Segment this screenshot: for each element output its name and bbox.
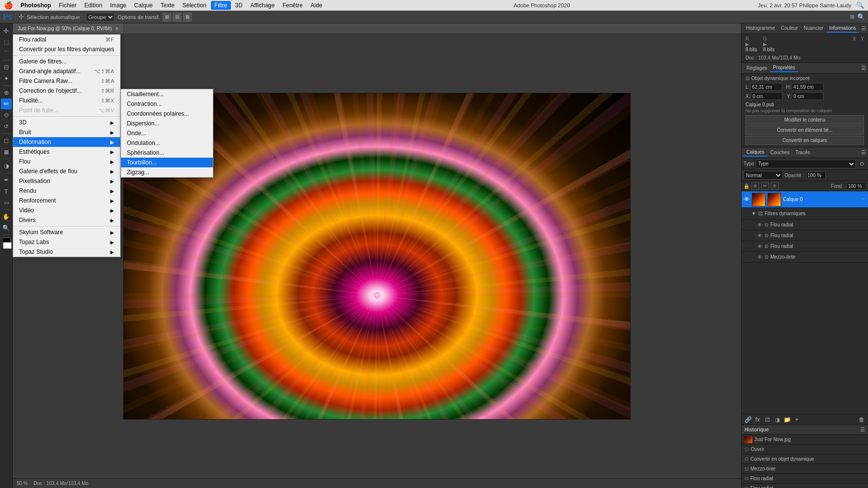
sub-filter-vis-2[interactable]: 👁 — [757, 233, 763, 239]
lock-pixels-btn[interactable]: ✏ — [761, 182, 769, 190]
filter-fluidite[interactable]: Fluidité... ⇧⌘X — [13, 96, 120, 105]
link-layers-btn[interactable]: 🔗 — [744, 415, 752, 424]
tab-proprietes[interactable]: Propriétés — [770, 64, 798, 72]
stamp-tool[interactable]: ⊙ — [1, 110, 12, 121]
l-input[interactable] — [750, 83, 782, 91]
tab-couches[interactable]: Couches — [767, 149, 792, 156]
hand-tool[interactable]: ✋ — [1, 211, 12, 222]
deform-cisaillement[interactable]: Cisaillement... — [121, 89, 213, 99]
filter-topaz-labs[interactable]: Topaz Labs ▶ — [13, 237, 120, 247]
dodge-tool[interactable]: ◑ — [1, 161, 12, 171]
text-tool[interactable]: T — [1, 186, 12, 197]
zoom-tool[interactable]: 🔍 — [1, 223, 12, 233]
history-item-4[interactable]: ⊙ Flou radial — [742, 474, 868, 484]
fill-input[interactable] — [847, 182, 866, 190]
mac-menu-edition[interactable]: Edition — [81, 1, 106, 10]
apple-menu[interactable]: 🍎 — [4, 1, 13, 10]
layer-type-filter[interactable]: Type — [756, 160, 856, 168]
tab-informations[interactable]: Informations — [827, 24, 859, 33]
x-input[interactable] — [751, 92, 783, 100]
lock-transparent-btn[interactable]: ⊘ — [751, 182, 759, 190]
filter-point-fuite[interactable]: Point de fuite... ⌥⌘V — [13, 105, 120, 115]
layer-item-filtres-dynamiques[interactable]: ▼ ⊡ Filtres dynamiques — [742, 208, 868, 220]
deform-onde[interactable]: Onde... — [121, 128, 213, 138]
history-item-2[interactable]: ⊙ Convertir en objet dynamique — [742, 454, 868, 464]
move-tool[interactable]: ✢ — [1, 25, 12, 36]
layer-filter-toggle[interactable]: ⊙ — [857, 160, 866, 168]
filter-grand-angle[interactable]: Grand-angle adaptatif... ⌥⇧⌘A — [13, 66, 120, 76]
mac-menu-aide[interactable]: Aide — [307, 1, 326, 10]
sub-filter-vis-4[interactable]: 👁 — [757, 254, 763, 260]
new-group-btn[interactable]: 📁 — [783, 415, 791, 424]
filter-convert-dynamic[interactable]: Convertir pour les filtres dynamiques — [13, 44, 120, 54]
layers-panel-menu[interactable]: ☰ — [861, 149, 866, 156]
deform-contraction[interactable]: Contraction... — [121, 99, 213, 109]
filter-pixellisation[interactable]: Pixellisation ▶ — [13, 176, 120, 186]
info-panel-menu[interactable]: ☰ — [861, 24, 866, 33]
sub-filter-vis-1[interactable]: 👁 — [757, 222, 763, 228]
new-layer-btn[interactable]: + — [792, 415, 801, 424]
h-input[interactable] — [792, 83, 824, 91]
mac-menu-affichage[interactable]: Affichage — [247, 1, 278, 10]
filter-topaz-studio[interactable]: Topaz Studio ▶ — [13, 247, 120, 257]
mac-menu-calque[interactable]: Calque — [131, 1, 156, 10]
filter-correction[interactable]: Correction de l'objectif... ⇧⌘R — [13, 86, 120, 96]
history-item-3[interactable]: ⊡ Mezzo-tinte — [742, 464, 868, 474]
filter-3d[interactable]: 3D ▶ — [13, 118, 120, 127]
filter-flou-radial[interactable]: Flou radial ⌘F — [13, 35, 120, 44]
mac-menu-fenetre[interactable]: Fenêtre — [279, 1, 306, 10]
crop-tool[interactable]: ⊡ — [1, 62, 12, 73]
sub-filter-item-2[interactable]: 👁 ⊙ Flou radial — [742, 230, 868, 241]
selection-tool[interactable]: ⬚ — [1, 37, 12, 47]
eraser-tool[interactable]: ◻ — [1, 135, 12, 146]
y-input[interactable] — [792, 92, 824, 100]
filter-esthetiques[interactable]: Esthétiques ▶ — [13, 147, 120, 157]
filter-divers[interactable]: Divers ▶ — [13, 215, 120, 225]
eyedropper-tool[interactable]: ✦ — [1, 73, 12, 84]
history-brush-tool[interactable]: ↺ — [1, 121, 12, 132]
lock-position-btn[interactable]: ✢ — [771, 182, 779, 190]
bg-color[interactable] — [3, 242, 12, 249]
layer-vis-calque0[interactable]: 👁 — [744, 196, 750, 203]
history-item-0[interactable]: Just For Now.jpg — [742, 435, 868, 445]
sub-filter-item-1[interactable]: 👁 ⊙ Flou radial — [742, 220, 868, 230]
layer-item-calque0[interactable]: 👁 Calque 0 ⋯ — [742, 191, 868, 208]
btn-convert-element[interactable]: Convertir en élément lié... — [745, 125, 864, 135]
align-btn-3[interactable]: ⊠ — [183, 13, 192, 21]
tab-couleur[interactable]: Couleur — [778, 24, 800, 33]
history-panel-menu[interactable]: ☰ — [860, 427, 865, 433]
new-adjustment-btn[interactable]: ◑ — [773, 415, 782, 424]
auto-select-dropdown[interactable]: Groupe — [86, 13, 115, 21]
align-btn-1[interactable]: ⊞ — [163, 13, 171, 21]
mac-menu-selection[interactable]: Sélection — [179, 1, 209, 10]
deform-coordonnees[interactable]: Coordonnées polaires... — [121, 109, 213, 119]
history-item-5[interactable]: ⊙ Flou radial — [742, 484, 868, 488]
btn-convert-layers[interactable]: Convertir en calques — [745, 136, 864, 145]
deform-spherisation[interactable]: Sphérisation... — [121, 148, 213, 158]
tab-calques[interactable]: Calques — [744, 148, 767, 157]
deform-zigzag[interactable]: Zigzag... — [121, 167, 213, 177]
mac-menu-fichier[interactable]: Fichier — [56, 1, 80, 10]
lasso-tool[interactable]: ⌒ — [1, 48, 12, 59]
filter-deformation[interactable]: Déformation ▶ — [13, 137, 120, 147]
mac-menu-image[interactable]: Image — [106, 1, 129, 10]
add-mask-btn[interactable]: ⊡ — [763, 415, 772, 424]
tab-traces[interactable]: Tracés — [792, 149, 813, 156]
search-ps-btn[interactable]: 🔍 — [857, 13, 865, 20]
sub-filter-item-4[interactable]: 👁 ⊙ Mezzo-tinte — [742, 252, 868, 263]
tab-histogramme[interactable]: Histogramme — [744, 24, 777, 33]
filter-rendu[interactable]: Rendu ▶ — [13, 186, 120, 196]
tab-nuancier[interactable]: Nuancier — [802, 24, 826, 33]
layer-options-btn[interactable]: ⋯ — [861, 196, 866, 203]
pen-tool[interactable]: ✒ — [1, 175, 12, 185]
deform-ondulation[interactable]: Ondulation... — [121, 138, 213, 148]
tab-reglages[interactable]: Réglages — [744, 64, 770, 72]
add-style-btn[interactable]: fx — [753, 415, 762, 424]
deform-tourbillon[interactable]: Tourbillon... — [121, 158, 213, 167]
heal-tool[interactable]: ⊕ — [1, 87, 12, 98]
mac-menu-filtre[interactable]: Filtre — [211, 1, 231, 10]
align-btn-2[interactable]: ⊟ — [173, 13, 182, 21]
filter-camera-raw[interactable]: Filtre Camera Raw... ⇧⌘A — [13, 76, 120, 86]
filter-galerie-flou[interactable]: Galerie d'effets de flou ▶ — [13, 166, 120, 176]
opacity-input[interactable] — [806, 171, 826, 179]
